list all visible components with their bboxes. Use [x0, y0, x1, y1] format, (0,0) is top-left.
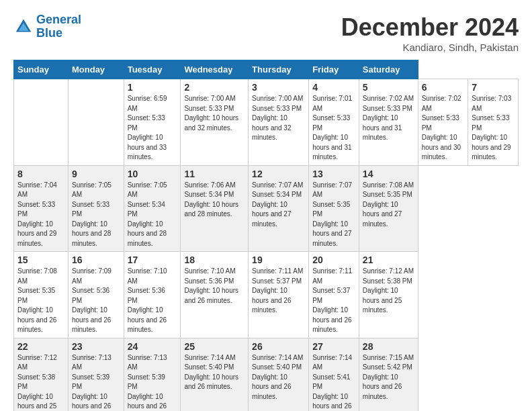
logo-icon — [13, 17, 34, 37]
day-info: Sunrise: 7:14 AMSunset: 5:40 PMDaylight:… — [184, 353, 245, 392]
calendar-cell: 20Sunrise: 7:11 AMSunset: 5:37 PMDayligh… — [309, 252, 359, 338]
day-info: Sunrise: 7:10 AMSunset: 5:36 PMDaylight:… — [184, 267, 245, 306]
day-info: Sunrise: 7:00 AMSunset: 5:33 PMDaylight:… — [184, 94, 245, 133]
day-info: Sunrise: 7:06 AMSunset: 5:34 PMDaylight:… — [184, 181, 245, 220]
logo-text: General Blue — [36, 13, 81, 40]
calendar-cell: 2Sunrise: 7:00 AMSunset: 5:33 PMDaylight… — [181, 79, 249, 166]
day-number: 9 — [72, 169, 120, 179]
day-info: Sunrise: 7:10 AMSunset: 5:36 PMDaylight:… — [128, 267, 177, 335]
day-number: 26 — [252, 341, 305, 352]
calendar-cell: 21Sunrise: 7:12 AMSunset: 5:38 PMDayligh… — [359, 252, 418, 338]
calendar-cell: 22Sunrise: 7:12 AMSunset: 5:38 PMDayligh… — [14, 338, 69, 411]
weekday-header-saturday: Saturday — [359, 60, 418, 79]
day-number: 22 — [17, 341, 64, 352]
calendar-week-row: 22Sunrise: 7:12 AMSunset: 5:38 PMDayligh… — [14, 338, 519, 411]
day-info: Sunrise: 7:04 AMSunset: 5:33 PMDaylight:… — [17, 181, 64, 249]
calendar-cell: 6Sunrise: 7:02 AMSunset: 5:33 PMDaylight… — [418, 79, 468, 166]
month-title: December 2024 — [341, 13, 519, 42]
calendar-cell: 3Sunrise: 7:00 AMSunset: 5:33 PMDaylight… — [249, 79, 309, 166]
day-info: Sunrise: 7:13 AMSunset: 5:39 PMDaylight:… — [72, 353, 120, 412]
calendar-week-row: 1Sunrise: 6:59 AMSunset: 5:33 PMDaylight… — [14, 79, 519, 166]
day-number: 5 — [363, 82, 414, 93]
day-info: Sunrise: 7:07 AMSunset: 5:34 PMDaylight:… — [252, 181, 305, 230]
logo-blue: Blue — [36, 26, 62, 40]
calendar-cell: 25Sunrise: 7:14 AMSunset: 5:40 PMDayligh… — [181, 338, 249, 411]
day-number: 18 — [184, 255, 245, 265]
calendar-cell — [68, 79, 124, 166]
calendar-cell: 15Sunrise: 7:08 AMSunset: 5:35 PMDayligh… — [14, 252, 69, 338]
day-number: 27 — [312, 341, 355, 352]
logo: General Blue — [13, 13, 81, 40]
day-number: 19 — [252, 255, 305, 265]
day-number: 2 — [184, 82, 245, 93]
day-info: Sunrise: 7:09 AMSunset: 5:36 PMDaylight:… — [72, 267, 120, 335]
day-number: 21 — [363, 255, 414, 265]
calendar-cell: 26Sunrise: 7:14 AMSunset: 5:40 PMDayligh… — [249, 338, 309, 411]
day-info: Sunrise: 7:14 AMSunset: 5:41 PMDaylight:… — [312, 353, 355, 412]
day-info: Sunrise: 7:14 AMSunset: 5:40 PMDaylight:… — [252, 353, 305, 402]
weekday-header-row: SundayMondayTuesdayWednesdayThursdayFrid… — [14, 60, 519, 79]
calendar-cell: 23Sunrise: 7:13 AMSunset: 5:39 PMDayligh… — [68, 338, 124, 411]
day-info: Sunrise: 7:13 AMSunset: 5:39 PMDaylight:… — [128, 353, 177, 412]
calendar-cell: 12Sunrise: 7:07 AMSunset: 5:34 PMDayligh… — [249, 165, 309, 252]
day-info: Sunrise: 7:12 AMSunset: 5:38 PMDaylight:… — [363, 267, 414, 316]
day-number: 28 — [363, 341, 414, 352]
calendar-cell: 17Sunrise: 7:10 AMSunset: 5:36 PMDayligh… — [124, 252, 181, 338]
calendar-cell: 10Sunrise: 7:05 AMSunset: 5:34 PMDayligh… — [124, 165, 181, 252]
day-info: Sunrise: 7:03 AMSunset: 5:33 PMDaylight:… — [472, 94, 515, 163]
day-number: 15 — [17, 255, 64, 265]
day-number: 8 — [17, 169, 64, 179]
calendar-week-row: 8Sunrise: 7:04 AMSunset: 5:33 PMDaylight… — [14, 165, 519, 252]
day-info: Sunrise: 6:59 AMSunset: 5:33 PMDaylight:… — [128, 94, 177, 163]
logo-general: General — [36, 13, 81, 26]
weekday-header-wednesday: Wednesday — [181, 60, 249, 79]
calendar-cell: 28Sunrise: 7:15 AMSunset: 5:42 PMDayligh… — [359, 338, 418, 411]
day-info: Sunrise: 7:05 AMSunset: 5:34 PMDaylight:… — [128, 181, 177, 249]
calendar-cell: 16Sunrise: 7:09 AMSunset: 5:36 PMDayligh… — [68, 252, 124, 338]
day-info: Sunrise: 7:07 AMSunset: 5:35 PMDaylight:… — [312, 181, 355, 249]
calendar-cell: 7Sunrise: 7:03 AMSunset: 5:33 PMDaylight… — [468, 79, 519, 166]
calendar-cell: 24Sunrise: 7:13 AMSunset: 5:39 PMDayligh… — [124, 338, 181, 411]
calendar-cell: 8Sunrise: 7:04 AMSunset: 5:33 PMDaylight… — [14, 165, 69, 252]
page-header: General Blue December 2024 Kandiaro, Sin… — [13, 13, 519, 53]
day-number: 10 — [128, 169, 177, 179]
calendar-cell: 13Sunrise: 7:07 AMSunset: 5:35 PMDayligh… — [309, 165, 359, 252]
day-info: Sunrise: 7:01 AMSunset: 5:33 PMDaylight:… — [312, 94, 355, 163]
day-info: Sunrise: 7:11 AMSunset: 5:37 PMDaylight:… — [312, 267, 355, 335]
day-number: 11 — [184, 169, 245, 179]
calendar-cell — [14, 79, 69, 166]
location: Kandiaro, Sindh, Pakistan — [341, 42, 519, 53]
day-info: Sunrise: 7:11 AMSunset: 5:37 PMDaylight:… — [252, 267, 305, 316]
day-number: 4 — [312, 82, 355, 93]
day-number: 25 — [184, 341, 245, 352]
calendar-cell: 4Sunrise: 7:01 AMSunset: 5:33 PMDaylight… — [309, 79, 359, 166]
weekday-header-tuesday: Tuesday — [124, 60, 181, 79]
day-number: 16 — [72, 255, 120, 265]
weekday-header-sunday: Sunday — [14, 60, 69, 79]
day-info: Sunrise: 7:05 AMSunset: 5:33 PMDaylight:… — [72, 181, 120, 249]
day-info: Sunrise: 7:00 AMSunset: 5:33 PMDaylight:… — [252, 94, 305, 143]
day-number: 7 — [472, 82, 515, 93]
day-number: 14 — [363, 169, 414, 179]
day-info: Sunrise: 7:12 AMSunset: 5:38 PMDaylight:… — [17, 353, 64, 412]
calendar-cell: 9Sunrise: 7:05 AMSunset: 5:33 PMDaylight… — [68, 165, 124, 252]
day-number: 24 — [128, 341, 177, 352]
day-number: 13 — [312, 169, 355, 179]
calendar-cell: 19Sunrise: 7:11 AMSunset: 5:37 PMDayligh… — [249, 252, 309, 338]
day-info: Sunrise: 7:08 AMSunset: 5:35 PMDaylight:… — [363, 181, 414, 230]
day-number: 12 — [252, 169, 305, 179]
calendar-cell: 5Sunrise: 7:02 AMSunset: 5:33 PMDaylight… — [359, 79, 418, 166]
day-info: Sunrise: 7:15 AMSunset: 5:42 PMDaylight:… — [363, 353, 414, 402]
day-info: Sunrise: 7:02 AMSunset: 5:33 PMDaylight:… — [363, 94, 414, 143]
title-block: December 2024 Kandiaro, Sindh, Pakistan — [341, 13, 519, 53]
weekday-header-thursday: Thursday — [249, 60, 309, 79]
day-info: Sunrise: 7:02 AMSunset: 5:33 PMDaylight:… — [422, 94, 465, 163]
day-number: 3 — [252, 82, 305, 93]
calendar-cell: 27Sunrise: 7:14 AMSunset: 5:41 PMDayligh… — [309, 338, 359, 411]
day-number: 20 — [312, 255, 355, 265]
day-number: 6 — [422, 82, 465, 93]
calendar-table: SundayMondayTuesdayWednesdayThursdayFrid… — [13, 60, 519, 411]
calendar-week-row: 15Sunrise: 7:08 AMSunset: 5:35 PMDayligh… — [14, 252, 519, 338]
day-number: 23 — [72, 341, 120, 352]
weekday-header-friday: Friday — [309, 60, 359, 79]
